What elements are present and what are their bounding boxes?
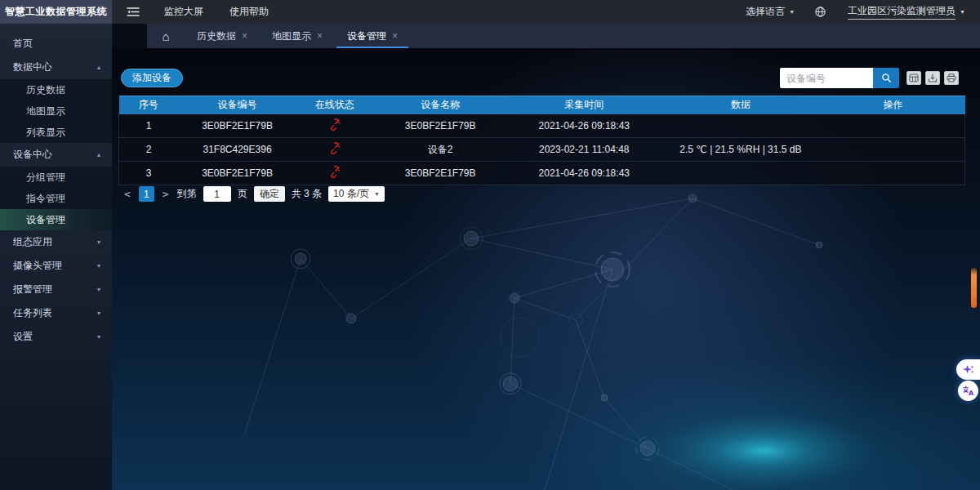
tab-strip: ⌂ 历史数据 × 地图显示 × 设备管理 × [112, 24, 980, 48]
prev-page-icon[interactable]: < [122, 188, 132, 200]
sidebar-group-task-list[interactable]: 任务列表 ▼ [0, 301, 112, 325]
columns-icon [909, 74, 919, 82]
tab-map-display[interactable]: 地图显示 × [260, 24, 335, 48]
caret-down-icon: ▼ [96, 310, 101, 316]
total-count-label: 共 3 条 [292, 187, 322, 201]
sparkle-icon [962, 363, 975, 376]
scrollbar-thumb[interactable] [971, 268, 977, 308]
caret-down-icon: ▼ [960, 9, 965, 15]
page-unit-label: 页 [238, 187, 247, 201]
user-menu[interactable]: 工业园区污染监测管理员 ▼ [838, 4, 969, 20]
table-header: 序号 设备编号 在线状态 设备名称 采集时间 数据 操作 [119, 96, 965, 114]
search-input[interactable] [780, 68, 873, 88]
caret-down-icon: ▼ [96, 238, 101, 245]
offline-status-icon [328, 142, 341, 154]
caret-up-icon: ▲ [96, 151, 101, 158]
caret-down-icon: ▼ [374, 191, 380, 197]
close-icon[interactable]: × [242, 30, 247, 42]
next-page-icon[interactable]: > [161, 188, 171, 200]
sidebar-item-home[interactable]: 首页 [0, 32, 112, 56]
sidebar-group-scada-app[interactable]: 组态应用 ▼ [0, 230, 112, 254]
search-button[interactable] [873, 68, 899, 88]
columns-toggle-button[interactable] [906, 71, 921, 85]
menu-fold-icon[interactable] [127, 7, 140, 17]
table-row[interactable]: 1 3E0BF2E1F79B 3E0BF2E1F79B 2021-04-26 0… [119, 114, 965, 138]
col-index: 序号 [119, 96, 179, 114]
table-row[interactable]: 2 31F8C429E396 设备2 2023-02-21 11:04:48 2… [119, 138, 965, 162]
table-tool-buttons [906, 71, 959, 85]
top-bar: 智慧工业数据管理系统 监控大屏 使用帮助 选择语言 ▼ 工业园区污染监测管理员 … [0, 0, 980, 24]
page-number-input[interactable] [203, 186, 231, 202]
offline-status-icon [328, 166, 341, 178]
data-center-submenu: 历史数据 地图显示 列表显示 [0, 79, 112, 143]
confirm-page-button[interactable]: 确定 [254, 186, 285, 202]
home-tab[interactable]: ⌂ [147, 24, 185, 48]
col-online-status: 在线状态 [296, 96, 372, 114]
sidebar-group-camera-management[interactable]: 摄像头管理 ▼ [0, 254, 112, 278]
topnav-help[interactable]: 使用帮助 [216, 0, 282, 24]
page-1-button[interactable]: 1 [139, 186, 154, 202]
search-group [780, 68, 899, 88]
sidebar-group-data-center[interactable]: 数据中心 ▲ [0, 56, 112, 79]
col-operation: 操作 [821, 96, 964, 114]
app-title: 智慧工业数据管理系统 [0, 0, 112, 24]
tab-device-management[interactable]: 设备管理 × [335, 24, 410, 48]
goto-label: 到第 [177, 187, 197, 201]
sidebar-item-list-display[interactable]: 列表显示 [0, 122, 112, 143]
caret-down-icon: ▼ [96, 262, 101, 269]
sidebar-group-alarm-management[interactable]: 报警管理 ▼ [0, 278, 112, 301]
translate-icon: A [962, 385, 974, 397]
topnav-monitor-screen[interactable]: 监控大屏 [151, 0, 216, 24]
sidebar-group-settings[interactable]: 设置 ▼ [0, 325, 112, 349]
language-select[interactable]: 选择语言 ▼ [737, 5, 803, 19]
caret-down-icon: ▼ [96, 333, 101, 340]
toolbar: 添加设备 [112, 48, 980, 94]
page-size-select[interactable]: 10 条/页 ▼ [328, 186, 385, 202]
sidebar-item-command-management[interactable]: 指令管理 [0, 188, 112, 209]
top-nav: 监控大屏 使用帮助 [112, 0, 282, 24]
sidebar-item-group-management[interactable]: 分组管理 [0, 167, 112, 188]
add-device-button[interactable]: 添加设备 [121, 69, 183, 87]
col-device-name: 设备名称 [372, 96, 508, 114]
caret-up-icon: ▲ [96, 64, 101, 70]
offline-status-icon [328, 118, 341, 131]
col-device-no: 设备编号 [178, 96, 296, 114]
close-icon[interactable]: × [392, 30, 398, 42]
top-right: 选择语言 ▼ 工业园区污染监测管理员 ▼ [737, 0, 980, 24]
translate-button[interactable]: A [958, 381, 978, 401]
tab-strip-body: ⌂ 历史数据 × 地图显示 × 设备管理 × [147, 24, 980, 48]
search-icon [881, 73, 892, 83]
export-button[interactable] [925, 71, 940, 85]
export-icon [928, 74, 938, 82]
user-name: 工业园区污染监测管理员 [848, 4, 956, 20]
device-center-submenu: 分组管理 指令管理 设备管理 [0, 167, 112, 230]
close-icon[interactable]: × [317, 30, 323, 42]
col-collect-time: 采集时间 [508, 96, 660, 114]
print-icon [947, 74, 956, 82]
sidebar-item-map-display[interactable]: 地图显示 [0, 100, 112, 122]
table-row[interactable]: 3 3E0BF2E1F79B 3E0BF2E1F79B 2021-04-26 0… [119, 162, 965, 185]
ai-assistant-button[interactable] [956, 359, 980, 380]
print-button[interactable] [944, 71, 959, 85]
pagination: < 1 > 到第 页 确定 共 3 条 10 条/页 ▼ [122, 186, 385, 202]
sidebar: 首页 数据中心 ▲ 历史数据 地图显示 列表显示 设备中心 ▲ 分组管理 指令管… [0, 24, 112, 490]
sidebar-item-device-management[interactable]: 设备管理 [0, 209, 112, 230]
device-table: 序号 设备编号 在线状态 设备名称 采集时间 数据 操作 1 3E0BF2E1F [118, 96, 965, 185]
sidebar-item-history-data[interactable]: 历史数据 [0, 79, 112, 100]
globe-icon[interactable] [803, 6, 838, 18]
tab-history-data[interactable]: 历史数据 × [185, 24, 260, 48]
sidebar-group-device-center[interactable]: 设备中心 ▲ [0, 143, 112, 167]
svg-text:A: A [969, 390, 974, 397]
main-content: 添加设备 [112, 48, 980, 490]
col-data: 数据 [661, 96, 822, 114]
home-icon: ⌂ [162, 29, 169, 43]
caret-down-icon: ▼ [789, 9, 795, 15]
caret-down-icon: ▼ [96, 286, 101, 292]
app-window: 智慧工业数据管理系统 监控大屏 使用帮助 选择语言 ▼ 工业园区污染监测管理员 … [0, 0, 980, 490]
